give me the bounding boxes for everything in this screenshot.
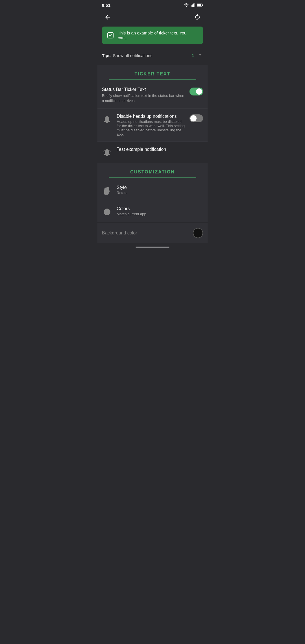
colors-item[interactable]: Colors Match current app [97,201,208,222]
status-bar-ticker-desc: Briefly show notification text in the st… [102,93,186,103]
colors-title: Colors [117,206,203,211]
bell-icon [102,114,112,125]
status-bar-ticker-item[interactable]: Status Bar Ticker Text Briefly show noti… [97,82,208,109]
signal-icon [191,3,195,7]
toggle-thumb [196,88,202,95]
svg-rect-1 [191,5,191,7]
style-subtitle: Rotate [117,191,203,195]
svg-rect-3 [193,4,194,7]
svg-rect-8 [108,32,113,38]
status-icons [184,3,203,7]
colors-content: Colors Match current app [117,206,203,216]
notification-banner: This is an example of ticker text. You c… [102,27,203,44]
disable-heads-up-desc: Heads up notifications must be disabled … [117,119,185,136]
palette-icon [102,207,112,217]
ticker-text-divider [109,79,196,80]
svg-point-15 [106,212,107,214]
bell-ring-icon [102,147,112,158]
disable-heads-up-title: Disable heads up notifications [117,114,185,119]
status-bar-ticker-toggle[interactable] [189,88,203,95]
status-bar: 9:51 [97,0,208,10]
style-content: Style Rotate [117,185,203,195]
status-bar-ticker-title: Status Bar Ticker Text [102,87,186,92]
tips-count: 1 [192,53,194,58]
toggle-thumb [190,115,197,121]
status-bar-ticker-text: Status Bar Ticker Text Briefly show noti… [102,87,186,103]
customization-divider [109,177,196,178]
disable-heads-up-content: Disable heads up notifications Heads up … [117,114,185,136]
refresh-button[interactable] [192,12,203,23]
background-color-item[interactable]: Background color [97,223,208,243]
ticker-text-section: TICKER TEXT Status Bar Ticker Text Brief… [97,65,208,142]
ticker-text-title: TICKER TEXT [102,71,203,77]
top-bar [97,10,208,24]
tips-label: Tips [102,53,111,58]
style-item[interactable]: Style Rotate [97,180,208,201]
svg-rect-6 [202,5,203,6]
background-color-picker[interactable] [193,228,203,238]
back-button[interactable] [102,12,113,23]
customization-section: CUSTOMIZATION Style Rotate [97,163,208,222]
background-color-label: Background color [102,230,137,236]
svg-rect-2 [192,5,193,7]
banner-app-icon [106,31,114,39]
svg-point-0 [186,6,187,7]
svg-point-14 [108,210,109,212]
customization-header: CUSTOMIZATION [97,163,208,180]
customization-title: CUSTOMIZATION [102,169,203,175]
banner-text: This is an example of ticker text. You c… [118,31,199,40]
status-time: 9:51 [102,3,110,8]
wifi-icon [184,3,189,7]
test-notification-content: Test example notification [117,147,203,153]
svg-rect-11 [104,190,108,194]
ticker-text-header: TICKER TEXT [97,65,208,82]
battery-icon [197,3,203,7]
test-notification-item[interactable]: Test example notification [97,142,208,163]
svg-rect-4 [194,3,195,7]
tips-row[interactable]: Tips Show all notifications 1 [97,46,208,65]
bottom-home-indicator [136,247,169,248]
style-title: Style [117,185,203,190]
svg-rect-7 [197,4,201,6]
style-icon [102,186,112,196]
disable-heads-up-toggle[interactable] [189,114,203,122]
svg-point-16 [108,212,109,214]
colors-subtitle: Match current app [117,212,203,216]
tips-show-all-text: Show all notifications [113,53,189,58]
chevron-down-icon[interactable] [197,52,203,59]
test-notification-title: Test example notification [117,147,203,152]
disable-heads-up-item[interactable]: Disable heads up notifications Heads up … [97,109,208,142]
